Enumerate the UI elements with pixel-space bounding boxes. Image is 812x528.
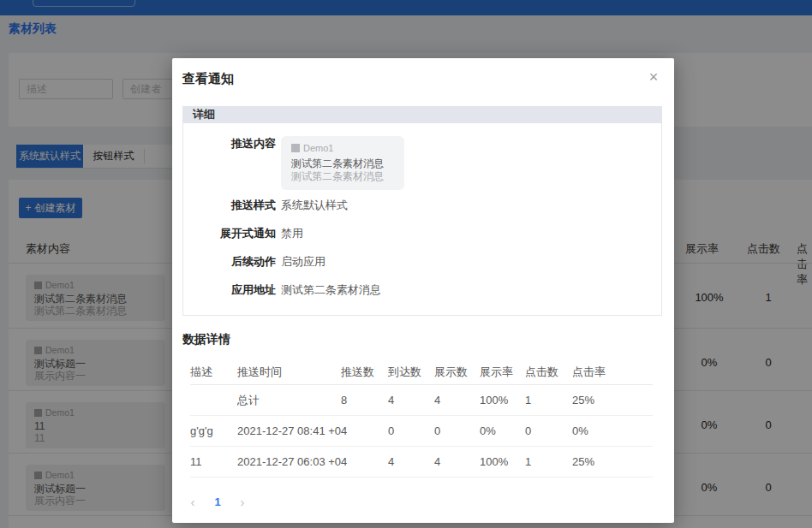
cell: 1 (525, 455, 572, 468)
cell: g'g'g (190, 424, 237, 437)
cell: 11 (190, 455, 237, 468)
preview-title: 测试第二条素材消息 (291, 157, 394, 170)
app-root: 素材列表 系统默认样式 按钮样式 + 创建素材 素材内容 展示率 点击数 点击率… (0, 0, 812, 528)
data-table-row: 11 2021-12-27 06:03 +0000 4 4 4 100% 1 2… (190, 447, 653, 478)
detail-section-body: 推送内容 Demo1 测试第二条素材消息 测试第二条素材消息 推送样式 系统默认… (182, 123, 662, 316)
pagination-page-1[interactable]: 1 (209, 493, 226, 512)
cell: 4 (434, 455, 480, 468)
cell: 0 (525, 424, 572, 437)
pagination-next-icon[interactable]: › (234, 493, 251, 512)
data-table-row-total: 总计 8 4 4 100% 1 25% (190, 385, 653, 416)
field-label-push-style: 推送样式 (183, 198, 276, 213)
col-reach-count: 到达数 (388, 365, 434, 380)
col-push-time: 推送时间 (237, 365, 341, 380)
col-click-count: 点击数 (525, 365, 572, 380)
data-details-table: 描述 推送时间 推送数 到达数 展示数 展示率 点击数 点击率 总计 8 4 4… (190, 359, 653, 478)
cell: 4 (341, 424, 388, 437)
detail-section-header: 详细 (182, 106, 662, 123)
app-icon (291, 144, 300, 152)
cell: 4 (341, 455, 388, 468)
field-value-app-address: 测试第二条素材消息 (281, 282, 381, 298)
push-content-preview-card: Demo1 测试第二条素材消息 测试第二条素材消息 (281, 136, 404, 190)
data-details-title: 数据详情 (182, 332, 230, 347)
cell: 1 (525, 394, 572, 406)
data-table-row: g'g'g 2021-12-27 08:41 +0000 4 0 0 0% 0 … (190, 416, 653, 447)
cell: 4 (434, 394, 480, 406)
cell: 100% (480, 394, 525, 406)
cell: 4 (388, 394, 434, 406)
field-value-push-style: 系统默认样式 (281, 198, 348, 213)
preview-app-name: Demo1 (303, 143, 333, 153)
cell: 4 (388, 455, 434, 468)
cell: 0% (572, 424, 653, 437)
col-impression-rate: 展示率 (480, 365, 525, 380)
cell: 25% (572, 455, 653, 468)
data-table-header-row: 描述 推送时间 推送数 到达数 展示数 展示率 点击数 点击率 (190, 359, 653, 385)
cell: 100% (480, 455, 525, 468)
cell: 2021-12-27 06:03 +0000 (237, 455, 341, 468)
preview-body: 测试第二条素材消息 (291, 170, 394, 183)
field-label-push-content: 推送内容 (183, 136, 276, 151)
pagination-prev-icon[interactable]: ‹ (184, 493, 201, 512)
field-label-follow-action: 后续动作 (183, 254, 276, 270)
col-impression-count: 展示数 (434, 365, 480, 380)
col-description: 描述 (190, 365, 237, 380)
cell: 总计 (237, 393, 341, 408)
cell: 0% (480, 424, 525, 437)
close-icon[interactable]: × (644, 68, 663, 86)
cell: 8 (341, 394, 388, 406)
cell: 2021-12-27 08:41 +0000 (237, 424, 341, 437)
field-label-app-address: 应用地址 (183, 282, 276, 298)
modal-title: 查看通知 (182, 71, 234, 87)
cell: 0 (434, 424, 480, 437)
cell: 25% (572, 394, 653, 406)
field-label-expanded-notification: 展开式通知 (183, 226, 276, 241)
detail-section: 详细 推送内容 Demo1 测试第二条素材消息 测试第二条素材消息 推送样式 系… (182, 106, 662, 316)
field-value-follow-action: 启动应用 (281, 254, 325, 270)
cell: 0 (388, 424, 434, 437)
pagination: ‹ 1 › (184, 493, 259, 512)
col-click-rate: 点击率 (572, 365, 653, 380)
field-value-expanded-notification: 禁用 (281, 226, 303, 241)
col-push-count: 推送数 (341, 365, 388, 380)
view-notification-modal: 查看通知 × 详细 推送内容 Demo1 测试第二条素材消息 测试第二条素材消息… (172, 58, 674, 523)
